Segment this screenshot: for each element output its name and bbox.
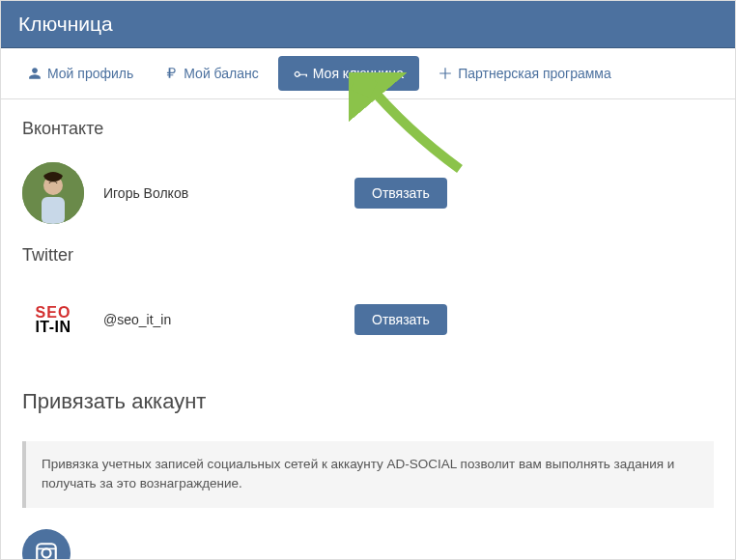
instagram-icon xyxy=(34,541,59,561)
svg-rect-2 xyxy=(42,197,65,224)
logo-text-top: SEO xyxy=(36,305,71,320)
vk-unlink-button[interactable]: Отвязать xyxy=(354,178,447,209)
link-account-title: Привязать аккаунт xyxy=(22,389,714,414)
content-area: Вконтакте Игорь Волков Отвязать Twitter … xyxy=(1,99,735,560)
tab-balance[interactable]: Мой баланс xyxy=(149,52,274,95)
info-box: Привязка учетных записей социальных сете… xyxy=(22,441,714,508)
tab-label: Мой профиль xyxy=(47,66,133,81)
tab-label: Моя ключница xyxy=(313,66,404,81)
twitter-section: Twitter SEO IT-IN @seo_it_in Отвязать xyxy=(22,245,714,372)
svg-point-4 xyxy=(42,548,50,557)
twitter-account-name: @seo_it_in xyxy=(103,312,335,327)
user-icon xyxy=(28,67,42,80)
ruble-icon xyxy=(164,67,178,80)
key-icon xyxy=(294,67,307,80)
avatar xyxy=(22,162,84,224)
tab-label: Мой баланс xyxy=(184,66,259,81)
twitter-avatar: SEO IT-IN xyxy=(22,289,84,350)
page-header: Ключница xyxy=(1,1,735,48)
vk-account-row: Игорь Волков Отвязать xyxy=(22,151,714,245)
twitter-unlink-button[interactable]: Отвязать xyxy=(354,304,447,335)
tab-partner[interactable]: Партнерская программа xyxy=(423,52,627,95)
nav-tabs: Мой профиль Мой баланс Моя ключница Парт… xyxy=(1,48,735,99)
logo-text-bottom: IT-IN xyxy=(35,320,71,334)
tab-keyring[interactable]: Моя ключница xyxy=(278,56,419,91)
vk-account-name: Игорь Волков xyxy=(103,185,335,201)
tab-label: Партнерская программа xyxy=(458,66,611,81)
plus-icon xyxy=(439,67,452,80)
tab-profile[interactable]: Мой профиль xyxy=(13,52,149,95)
vk-title: Вконтакте xyxy=(22,119,714,139)
page-title: Ключница xyxy=(18,13,113,35)
twitter-title: Twitter xyxy=(22,245,714,266)
vk-section: Вконтакте Игорь Волков Отвязать xyxy=(22,119,714,245)
svg-rect-5 xyxy=(37,547,56,549)
twitter-account-row: SEO IT-IN @seo_it_in Отвязать xyxy=(22,277,714,372)
instagram-button[interactable] xyxy=(22,529,71,561)
